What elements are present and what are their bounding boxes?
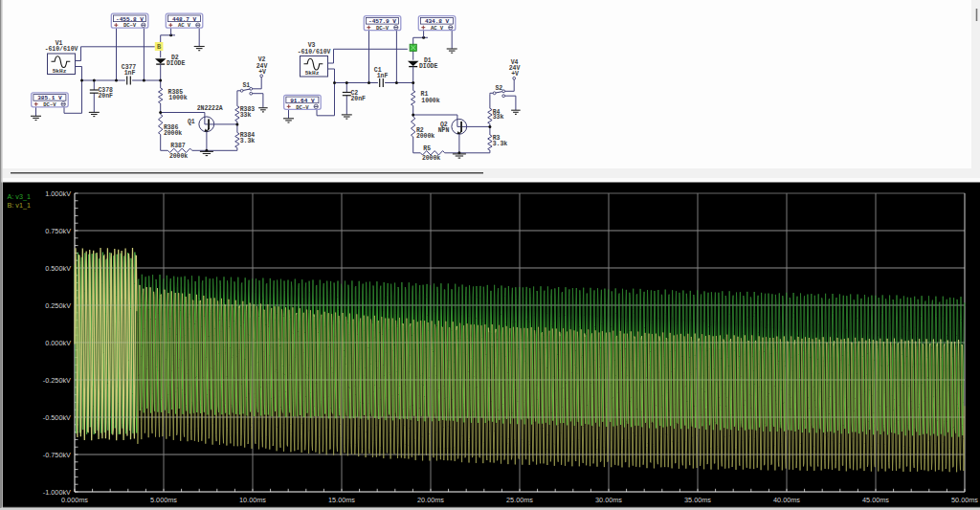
svg-text:S1: S1 <box>242 82 250 89</box>
svg-text:NPN: NPN <box>438 127 450 134</box>
svg-text:1nF: 1nF <box>124 70 136 77</box>
svg-text:S2: S2 <box>495 85 502 92</box>
svg-text:15.00ms: 15.00ms <box>328 496 355 504</box>
svg-text:DC~V: DC~V <box>123 22 137 29</box>
svg-text:30.00ms: 30.00ms <box>595 496 622 504</box>
svg-text:DIODE: DIODE <box>419 63 437 70</box>
svg-text:40.00ms: 40.00ms <box>773 496 800 504</box>
svg-text:DC~V: DC~V <box>43 101 56 108</box>
svg-text:DC~V: DC~V <box>376 25 390 32</box>
svg-text:2000k: 2000k <box>416 133 434 140</box>
svg-text:2000k: 2000k <box>169 153 188 160</box>
svg-text:B: v1_1: B: v1_1 <box>8 201 31 210</box>
svg-text:0.000ms: 0.000ms <box>61 496 88 504</box>
svg-text:2N2222A: 2N2222A <box>197 105 223 112</box>
svg-text:20nF: 20nF <box>351 96 367 102</box>
svg-text:25.00ms: 25.00ms <box>506 496 533 504</box>
svg-text:R5: R5 <box>423 145 431 152</box>
svg-text:Q1: Q1 <box>188 119 195 125</box>
svg-text:-610/610V: -610/610V <box>298 49 331 55</box>
svg-text:3.3k: 3.3k <box>240 138 256 144</box>
svg-text:1nF: 1nF <box>377 73 389 79</box>
svg-text:35.00ms: 35.00ms <box>684 496 711 504</box>
svg-text:1.000kV: 1.000kV <box>45 189 71 198</box>
svg-text:45.00ms: 45.00ms <box>862 496 889 504</box>
svg-text:-0.750kV: -0.750kV <box>43 451 71 459</box>
svg-text:5.000ms: 5.000ms <box>150 496 177 504</box>
svg-text:0.500kV: 0.500kV <box>45 264 71 273</box>
svg-text:-610/610V: -610/610V <box>45 46 78 53</box>
svg-text:5kHz: 5kHz <box>305 70 320 77</box>
svg-text:0.250kV: 0.250kV <box>45 301 71 310</box>
svg-text:DC~V: DC~V <box>296 104 309 111</box>
svg-text:-1.000kV: -1.000kV <box>43 488 71 497</box>
svg-text:50.00ms: 50.00ms <box>951 496 978 504</box>
svg-text:0.000kV: 0.000kV <box>45 339 71 347</box>
svg-text:1000k: 1000k <box>168 95 187 101</box>
svg-text:DIODE: DIODE <box>167 60 185 67</box>
svg-text:-0.500kV: -0.500kV <box>43 413 71 422</box>
svg-text:+V: +V <box>511 71 519 78</box>
svg-text:20.00ms: 20.00ms <box>417 496 444 504</box>
svg-text:+V: +V <box>258 69 266 76</box>
svg-text:20nF: 20nF <box>99 93 114 100</box>
svg-text:2000k: 2000k <box>422 155 440 162</box>
svg-text:10.00ms: 10.00ms <box>239 496 266 504</box>
svg-text:33k: 33k <box>240 112 252 119</box>
svg-text:R387: R387 <box>170 143 186 149</box>
svg-text:5kHz: 5kHz <box>53 68 67 75</box>
svg-text:1000k: 1000k <box>421 98 439 104</box>
svg-text:AC V: AC V <box>431 25 444 32</box>
svg-text:A: v3_1: A: v3_1 <box>8 192 31 201</box>
svg-text:2000k: 2000k <box>164 130 182 137</box>
svg-text:AC V: AC V <box>178 22 191 29</box>
svg-text:0.750kV: 0.750kV <box>45 227 71 235</box>
svg-text:33k: 33k <box>493 114 504 121</box>
svg-text:-0.250kV: -0.250kV <box>43 376 71 385</box>
svg-text:3.3k: 3.3k <box>493 141 508 147</box>
